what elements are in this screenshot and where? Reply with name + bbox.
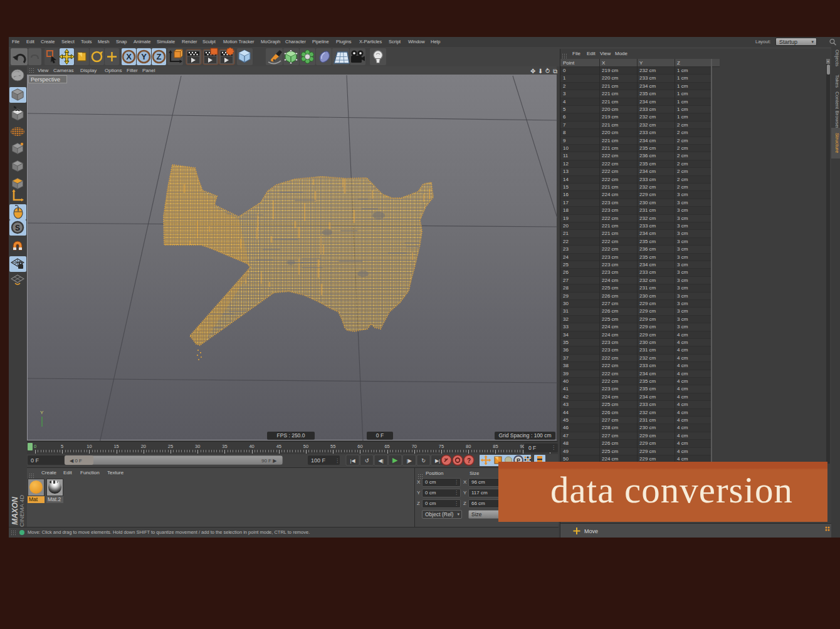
svg-text:90 F ▶: 90 F ▶ <box>261 458 277 464</box>
svg-text:▶|: ▶| <box>435 458 440 464</box>
svg-text:S: S <box>15 224 20 232</box>
svg-text:?: ? <box>467 457 471 464</box>
svg-text:Y: Y <box>141 52 147 61</box>
svg-text:↺: ↺ <box>365 458 369 464</box>
svg-text:100 F: 100 F <box>311 457 326 464</box>
svg-text:⋮: ⋮ <box>335 458 340 464</box>
svg-text:X: X <box>126 52 132 61</box>
svg-text:◀ 0 F: ◀ 0 F <box>70 458 82 464</box>
svg-text:Z: Z <box>157 52 162 61</box>
svg-text:▶: ▶ <box>392 456 398 464</box>
svg-text:|◀: |◀ <box>350 458 355 464</box>
svg-text:Y: Y <box>40 410 44 415</box>
svg-text:0 F: 0 F <box>31 457 39 464</box>
svg-text:Move: Move <box>584 528 598 534</box>
svg-text:◀|: ◀| <box>379 458 384 464</box>
svg-text:|▶: |▶ <box>407 458 412 464</box>
svg-text:↻: ↻ <box>421 458 426 464</box>
